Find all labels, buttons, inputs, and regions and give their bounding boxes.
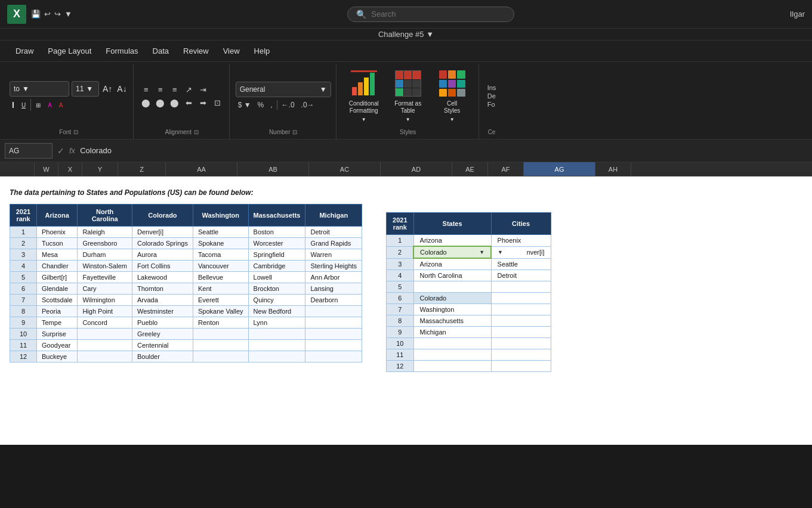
col-header-W[interactable]: W	[35, 162, 58, 176]
data-cell[interactable]: Massachusetts	[413, 315, 491, 327]
rank-cell[interactable]: 1	[10, 227, 37, 238]
data-cell[interactable]	[305, 340, 362, 351]
data-cell[interactable]: Kent	[193, 283, 248, 295]
decrease-decimal-btn[interactable]: ←.0	[279, 100, 297, 110]
rank-cell[interactable]: 4	[10, 261, 37, 272]
rank-cell[interactable]: 6	[10, 283, 37, 295]
col-header-AD[interactable]: AD	[381, 162, 452, 176]
rank-cell[interactable]: 3	[387, 258, 413, 270]
data-cell[interactable]	[305, 317, 362, 329]
data-cell[interactable]: Arizona	[413, 235, 491, 247]
data-cell[interactable]: Sterling Heights	[305, 261, 362, 272]
data-cell[interactable]: Aurora	[132, 249, 193, 261]
align-top-btn[interactable]: ≡	[140, 83, 153, 95]
data-cell[interactable]: Worcester	[248, 238, 305, 249]
rank-cell[interactable]: 2	[387, 246, 413, 258]
formula-input[interactable]	[80, 146, 807, 155]
data-cell[interactable]: Chandler	[37, 261, 78, 272]
rank-cell[interactable]: 8	[387, 315, 413, 327]
search-bar[interactable]: 🔍	[347, 7, 514, 22]
rank-cell[interactable]: 11	[10, 340, 37, 351]
th-north-carolina[interactable]: NorthCarolina	[78, 205, 132, 227]
rank-cell[interactable]: 11	[387, 349, 413, 361]
rank-cell[interactable]: 7	[387, 304, 413, 315]
align-left-btn[interactable]: ⬤	[140, 97, 153, 109]
data-cell[interactable]	[491, 361, 551, 372]
underline-btn[interactable]: U	[19, 101, 28, 110]
data-cell[interactable]: Grand Rapids	[305, 238, 362, 249]
data-cell[interactable]: Goodyear	[37, 340, 78, 351]
angle-text-btn[interactable]: ↗	[183, 83, 196, 95]
col-header-Y[interactable]: Y	[82, 162, 118, 176]
data-cell[interactable]	[305, 329, 362, 340]
data-cell[interactable]	[248, 340, 305, 351]
menu-page-layout[interactable]: Page Layout	[42, 44, 97, 58]
data-cell[interactable]: Cambridge	[248, 261, 305, 272]
align-center-btn[interactable]: ⬤	[154, 97, 167, 109]
data-cell[interactable]: Lynn	[248, 317, 305, 329]
data-cell[interactable]	[248, 329, 305, 340]
format-as-table-btn[interactable]: Format as Table ▼	[387, 66, 430, 126]
conditional-formatting-btn[interactable]: Conditional Formatting ▼	[342, 66, 385, 126]
data-cell[interactable]	[413, 349, 491, 361]
data-cell[interactable]: Phoenix	[37, 227, 78, 238]
menu-data[interactable]: Data	[147, 44, 175, 58]
data-cell[interactable]: Concord	[78, 317, 132, 329]
dropdown-arrow-icon[interactable]: ▼	[479, 249, 484, 255]
data-cell[interactable]: Everett	[193, 295, 248, 306]
data-cell[interactable]: Buckeye	[37, 351, 78, 363]
rank-cell[interactable]: 3	[10, 249, 37, 261]
col-header-AE[interactable]: AE	[452, 162, 488, 176]
rank-cell[interactable]: 5	[10, 272, 37, 283]
th-washington[interactable]: Washington	[193, 205, 248, 227]
rank-cell[interactable]: 12	[10, 351, 37, 363]
data-cell[interactable]: Warren	[305, 249, 362, 261]
data-cell[interactable]: Glendale	[37, 283, 78, 295]
customize-icon[interactable]: ▼	[64, 10, 72, 18]
data-cell[interactable]	[248, 351, 305, 363]
increase-indent-btn[interactable]: ➡	[197, 97, 210, 109]
data-cell[interactable]: Greeley	[132, 329, 193, 340]
align-right-btn[interactable]: ⬤	[168, 97, 181, 109]
currency-btn[interactable]: $ ▼	[236, 100, 254, 110]
data-cell[interactable]	[78, 340, 132, 351]
increase-decimal-btn[interactable]: .0→	[299, 100, 317, 110]
data-cell[interactable]: Tempe	[37, 317, 78, 329]
menu-view[interactable]: View	[217, 44, 246, 58]
data-cell[interactable]: Lowell	[248, 272, 305, 283]
data-cell[interactable]: Greensboro	[78, 238, 132, 249]
th-rank[interactable]: 2021rank	[10, 205, 37, 227]
data-cell[interactable]: Renton	[193, 317, 248, 329]
title-dropdown-icon[interactable]: ▼	[426, 30, 434, 39]
data-cell[interactable]: Colorado▼	[413, 246, 491, 258]
data-cell[interactable]: Arizona	[413, 258, 491, 270]
percent-btn[interactable]: %	[255, 100, 267, 110]
font-name-dropdown[interactable]: to ▼	[10, 81, 69, 97]
col-header-Z[interactable]: Z	[118, 162, 166, 176]
data-cell[interactable]: Winston-Salem	[78, 261, 132, 272]
rank-cell[interactable]: 2	[10, 238, 37, 249]
data-cell[interactable]: Phoenix	[491, 235, 551, 247]
rank-cell[interactable]: 10	[387, 338, 413, 349]
rank-cell[interactable]: 12	[387, 361, 413, 372]
th-arizona[interactable]: Arizona	[37, 205, 78, 227]
data-cell[interactable]	[413, 281, 491, 293]
name-box[interactable]: AG	[5, 143, 53, 159]
comma-btn[interactable]: ,	[268, 100, 274, 110]
data-cell[interactable]: Spokane Valley	[193, 306, 248, 317]
data-cell[interactable]	[491, 315, 551, 327]
data-cell[interactable]	[491, 338, 551, 349]
data-cell[interactable]: Centennial	[132, 340, 193, 351]
menu-review[interactable]: Review	[177, 44, 215, 58]
data-cell[interactable]: Peoria	[37, 306, 78, 317]
city-dropdown-cell[interactable]: ▼ nver[i]	[498, 249, 545, 256]
data-cell[interactable]: Boston	[248, 227, 305, 238]
rank-cell[interactable]: 7	[10, 295, 37, 306]
data-cell[interactable]	[491, 349, 551, 361]
dropdown-cell[interactable]: Colorado▼	[420, 249, 484, 256]
data-cell[interactable]	[413, 361, 491, 372]
increase-font-btn[interactable]: A↑	[101, 83, 113, 95]
col-header-X[interactable]: X	[58, 162, 82, 176]
col-header-AA[interactable]: AA	[166, 162, 237, 176]
font-size-dropdown[interactable]: 11 ▼	[72, 81, 99, 97]
